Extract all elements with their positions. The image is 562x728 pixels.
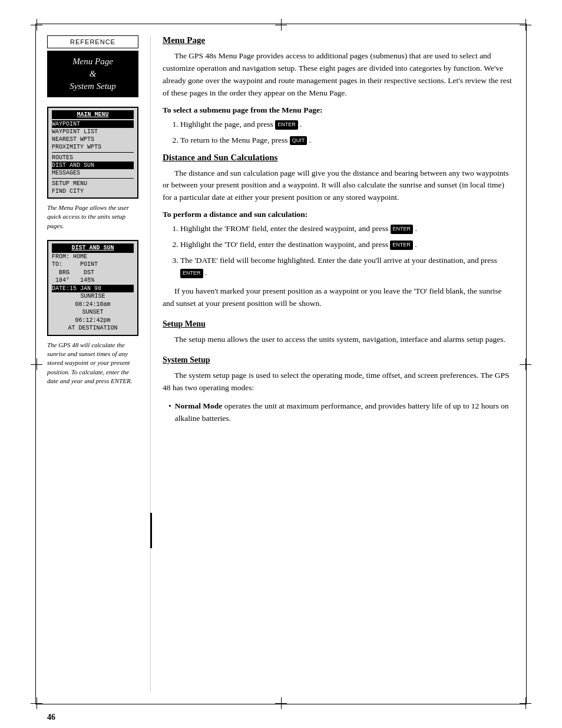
instruction1-bold: To select a submenu page from the Menu P… [163,106,515,115]
screen2-sunrise-label: SUNRISE [52,292,134,301]
screen2-brg-value: 184° [55,277,70,284]
bullet1-text-content: operates the unit at maximum performance… [175,401,509,423]
title-line2: & [90,69,97,78]
title-line3: System Setup [70,81,116,91]
screen2-from-value: HOME [73,253,87,260]
crosshair-br [520,697,531,709]
title-box: Menu Page & System Setup [47,51,138,97]
section4-body: The system setup page is used to select … [163,370,515,394]
instruction1-step-2: To return to the Menu Page, press QUIT . [180,134,515,147]
screen2-from-row: FROM: HOME [52,253,134,261]
bullet1: • Normal Mode operates the unit at maxim… [168,400,515,425]
section4-heading: System Setup [163,355,515,365]
step2-suffix: . [309,136,311,144]
screen2-dst-label: DST [84,269,94,276]
step3-suffix: . [205,268,207,277]
screen1-waypoint: WAYPOINT [52,120,134,128]
screen2-to-label: TO: [52,261,62,268]
crosshair-bottom-center [275,697,287,709]
step1-button: ENTER [275,120,298,130]
step1-suffix: . [415,224,416,233]
screen1-setup-menu: SETUP MENU [52,180,134,187]
step2-enter: ENTER [390,241,413,250]
section1-body: The GPS 48s Menu Page provides access to… [163,50,515,100]
instruction2-bold: To perform a distance and sun calculatio… [163,210,515,219]
vertical-rule [150,513,152,548]
title-line1: Menu Page [72,57,113,66]
screen2-brg-dst-values: 184° 145% [52,276,134,285]
main-content: Menu Page The GPS 48s Menu Page provides… [150,35,515,693]
screen1-dist-sun: DIST AND SUN [52,162,134,169]
instruction2-step-1: Highlight the 'FROM' field, enter the de… [180,223,515,235]
step2-text: To return to the Menu Page, press [180,136,287,144]
section2-heading: Distance and Sun Calculations [163,153,515,163]
screen1-nearest-wpts: NEAREST WPTS [52,136,134,143]
step2-button: QUIT [290,136,308,146]
step2-suffix: . [415,240,416,249]
screen2-brg-dst-labels: BRG DST [52,269,134,277]
screen2-title: DIST AND SUN [52,243,134,253]
crosshair-left-center [31,358,42,370]
gps-screen-1: MAIN MENUWAYPOINTWAYPOINT LISTNEAREST WP… [47,107,138,199]
screen2-at-dest: AT DESTINATION [52,324,134,332]
caption-2: The GPS 48 will calculate the sunrise an… [47,341,138,386]
screen1-waypoint-list: WAYPOINT LIST [52,128,134,136]
step1-enter: ENTER [391,225,414,234]
screen2-date-row: DATE:15 JAN 98 [52,285,134,293]
instruction2-step-3: The 'DATE' field will become highlighted… [180,255,515,279]
instruction1-step-1: Highlight the page, and press ENTER . [180,118,515,131]
step1-suffix: . [300,120,302,129]
screen1-proximity-wpts: PROXIMITY WPTS [52,143,134,151]
sidebar: REFERENCE Menu Page & System Setup MAIN … [47,35,150,693]
gps-screen-2: DIST AND SUNFROM: HOMETO: POINT BRG DST … [47,240,138,336]
section3-heading: Setup Menu [163,319,515,329]
screen1-find-city: FIND CITY [52,187,134,195]
screen2-sunset-label: SUNSET [52,308,134,317]
page-content: REFERENCE Menu Page & System Setup MAIN … [47,35,515,693]
bullet1-content: Normal Mode operates the unit at maximum… [175,400,515,425]
screen2-sunrise-value: 08:24:10am [52,301,134,309]
section2-body: The distance and sun calculation page wi… [163,167,515,205]
step2-text: Highlight the 'TO' field, enter the dest… [180,240,388,249]
crosshair-tr [520,19,531,31]
screen2-from-label: FROM: [52,253,70,260]
screen1-title: MAIN MENU [52,110,134,119]
crosshair-top-center [275,19,287,31]
reference-box: REFERENCE [47,35,138,48]
step1-text: Highlight the page, and press [180,120,273,129]
crosshair-bl [31,697,42,709]
screen2-brg-label: BRG [59,269,70,276]
instruction2-steps: Highlight the 'FROM' field, enter the de… [174,223,515,279]
page-number: 46 [47,713,55,722]
instruction2-step-2: Highlight the 'TO' field, enter the dest… [180,239,515,251]
section2-note: If you haven't marked your present posit… [163,285,515,310]
screen2-sunset-value: 06:12:42pm [52,317,134,325]
step3-text: The 'DATE' field will become highlighted… [180,256,497,265]
crosshair-tl [31,19,42,31]
caption-1: The Menu Page allows the user quick acce… [47,203,138,230]
section3-body: The setup menu allows the user to access… [163,334,515,346]
section1-heading: Menu Page [163,35,515,45]
screen2-dst-value: 145% [80,277,94,284]
crosshair-right-center [520,358,531,370]
instruction1-steps: Highlight the page, and press ENTER . To… [174,118,515,147]
bullet1-dot: • [168,400,171,425]
screen2-to-row: TO: POINT [52,261,134,269]
step3-enter: ENTER [180,269,203,278]
screen1-messages: MESSAGES [52,169,134,177]
screen1-routes: ROUTES [52,154,134,162]
step1-text: Highlight the 'FROM' field, enter the de… [180,224,388,233]
bullet1-label: Normal Mode [175,401,223,410]
screen2-to-value: POINT [73,261,98,268]
